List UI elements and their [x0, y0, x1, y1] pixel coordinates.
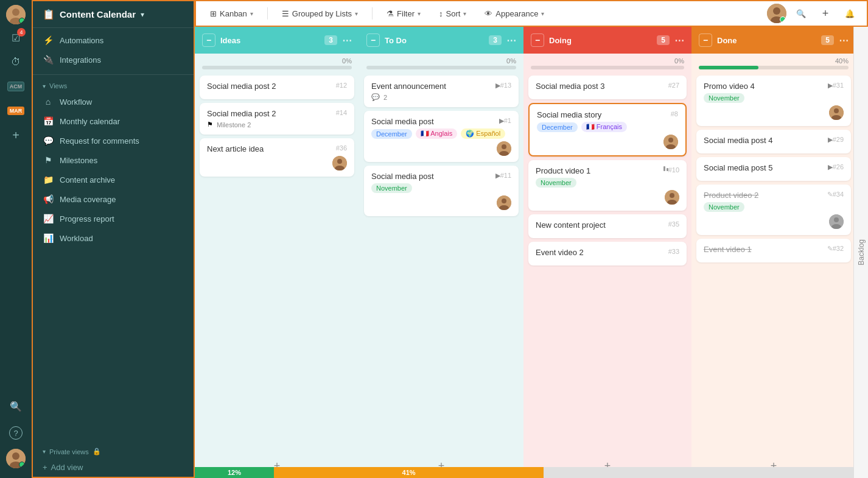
sidebar-automations-section: ⚡ Automations 🔌 Integrations — [33, 28, 194, 72]
toolbar: ⊞ Kanban ▾ ☰ Grouped by Lists ▾ ⚗ Filter… — [195, 0, 868, 27]
card-doing-4[interactable]: New content project #35 — [528, 214, 687, 238]
backlog-label: Backlog — [857, 239, 866, 265]
sidebar-item-workload[interactable]: 📊 Workload — [33, 228, 194, 248]
card-done-3[interactable]: Social media post 5 ▶ #26 — [696, 157, 851, 181]
card-done-5[interactable]: Event video 1 ✎ #32 — [696, 239, 851, 262]
bell-toolbar-btn[interactable]: 🔔 — [840, 4, 859, 23]
private-views-title: Private views — [49, 448, 89, 455]
todo-progress-bar — [366, 66, 516, 69]
card-doing-5[interactable]: Event video 2 #33 — [528, 242, 687, 265]
sidebar-label-media-coverage: Media coverage — [60, 195, 116, 204]
todo-col-menu-btn[interactable]: ⋯ — [506, 35, 516, 46]
card-done-1-play-icon: ▶ — [828, 82, 833, 90]
card-todo-1[interactable]: Event announcement ▶ #13 💬 2 — [364, 76, 519, 107]
card-doing-4-id: #35 — [668, 220, 679, 228]
sidebar-item-monthly-calendar[interactable]: 📅 Monthly calendar — [33, 111, 194, 131]
kanban-area: − Ideas 3 ⋯ 0% — [195, 27, 868, 478]
card-done-4-avatar — [829, 214, 844, 229]
doing-collapse-btn[interactable]: − — [531, 33, 544, 47]
help-icon-btn[interactable]: ? — [5, 422, 27, 444]
card-ideas-1-title: Social media post 2 — [207, 82, 336, 91]
bottom-bar-empty — [544, 467, 853, 478]
user-avatar-bottom[interactable] — [6, 449, 26, 468]
kanban-btn[interactable]: ⊞ Kanban ▾ — [203, 5, 260, 22]
search-toolbar-btn[interactable]: 🔍 — [791, 4, 811, 23]
bell-icon: 🔔 — [845, 9, 855, 18]
col-done: − Done 5 ⋯ 40% — [691, 27, 853, 478]
sidebar-label-workflow: Workflow — [60, 97, 92, 107]
ideas-collapse-btn[interactable]: − — [202, 33, 215, 47]
backlog-sidebar[interactable]: Backlog — [853, 27, 868, 478]
sort-btn[interactable]: ↕ Sort ▾ — [432, 5, 473, 22]
svg-point-19 — [668, 138, 673, 142]
tag-december-doing2: December — [537, 122, 578, 132]
card-ideas-2[interactable]: Social media post 2 #14 ⚑ Milestone 2 — [200, 103, 354, 135]
card-doing-4-title: New content project — [536, 220, 668, 230]
card-done-1[interactable]: Promo video 4 ▶ #31 November — [696, 76, 851, 126]
card-done-3-id: #26 — [833, 163, 844, 170]
user-avatar-toolbar[interactable] — [767, 4, 786, 23]
calendar-icon: 📅 — [43, 116, 54, 126]
col-header-doing: − Doing 5 ⋯ — [523, 27, 691, 54]
col-ideas: − Ideas 3 ⋯ 0% — [195, 27, 359, 478]
add-toolbar-btn[interactable]: + — [816, 4, 835, 23]
views-caret-icon: ▾ — [43, 83, 46, 90]
card-ideas-3-avatar — [332, 156, 347, 170]
private-caret-icon: ▾ — [43, 448, 46, 455]
card-ideas-3[interactable]: Next article idea #36 — [200, 138, 354, 177]
sidebar-item-content-archive[interactable]: 📁 Content archive — [33, 170, 194, 189]
add-icon-btn[interactable]: + — [5, 124, 27, 146]
grouped-icon: ☰ — [282, 9, 289, 18]
sidebar-item-automations[interactable]: ⚡ Automations — [33, 30, 194, 50]
ideas-col-title: Ideas — [220, 36, 320, 45]
card-done-2[interactable]: Social media post 4 ▶ #29 — [696, 130, 851, 153]
sidebar-item-request-comments[interactable]: 💬 Request for comments — [33, 131, 194, 150]
add-view-btn[interactable]: + Add view — [33, 458, 194, 477]
search-toolbar-icon: 🔍 — [796, 9, 806, 18]
card-todo-1-comments: 2 — [383, 94, 387, 101]
card-ideas-1[interactable]: Social media post 2 #12 — [200, 76, 354, 99]
acm-icon-btn[interactable]: ACM — [5, 76, 27, 97]
mar-icon-btn[interactable]: MAR — [5, 100, 27, 122]
card-todo-3-avatar — [497, 195, 511, 210]
appearance-btn[interactable]: 👁 Appearance ▾ — [478, 5, 551, 22]
sidebar-item-milestones[interactable]: ⚑ Milestones — [33, 150, 194, 170]
sidebar-private-views-label[interactable]: ▾ Private views 🔒 — [33, 443, 194, 458]
sidebar-views-label[interactable]: ▾ Views — [33, 77, 194, 92]
sidebar-item-workflow[interactable]: ⌂ Workflow — [33, 92, 194, 111]
doing-progress-pct: 0% — [531, 57, 684, 65]
card-doing-3[interactable]: Product video 1 #10 November — [528, 160, 687, 211]
svg-point-10 — [337, 159, 342, 164]
sidebar-item-integrations[interactable]: 🔌 Integrations — [33, 50, 194, 69]
lock-icon: 🔒 — [93, 448, 101, 455]
doing-col-menu-btn[interactable]: ⋯ — [674, 35, 684, 46]
filter-btn[interactable]: ⚗ Filter ▾ — [380, 5, 427, 22]
card-done-4-title: Product video 2 — [704, 191, 827, 200]
card-todo-2[interactable]: Social media post ▶ #1 December 🇫🇷 Angla… — [364, 111, 519, 162]
col-header-todo: − To Do 3 ⋯ — [359, 27, 523, 54]
done-progress-fill — [699, 66, 758, 69]
user-avatar-top[interactable] — [6, 5, 26, 24]
kanban-icon: ⊞ — [210, 9, 217, 18]
tasks-icon-btn[interactable]: ☑ 4 — [5, 27, 27, 49]
search-icon-btn[interactable]: 🔍 — [5, 395, 27, 417]
card-doing-3-title: Product video 1 — [536, 166, 663, 175]
clock-icon-btn[interactable]: ⏱ — [5, 51, 27, 73]
sidebar-caret-icon[interactable]: ▾ — [141, 10, 144, 19]
card-doing-1-id: #27 — [668, 82, 679, 89]
card-done-1-id: #31 — [833, 82, 844, 89]
done-collapse-btn[interactable]: − — [699, 33, 712, 47]
sidebar-item-progress-report[interactable]: 📈 Progress report — [33, 209, 194, 228]
card-doing-1[interactable]: Social media post 3 #27 — [528, 76, 687, 99]
card-todo-3[interactable]: Social media post ▶ #11 November — [364, 166, 519, 216]
card-todo-3-id: #11 — [500, 172, 511, 179]
done-col-count: 5 — [821, 35, 834, 45]
card-done-4[interactable]: Product video 2 ✎ #34 November — [696, 185, 851, 235]
bottom-bar-orange: 41% — [274, 467, 544, 478]
done-col-menu-btn[interactable]: ⋯ — [839, 35, 849, 46]
sidebar-item-media-coverage[interactable]: 📢 Media coverage — [33, 189, 194, 209]
grouped-btn[interactable]: ☰ Grouped by Lists ▾ — [275, 5, 365, 22]
card-doing-2[interactable]: Social media story #8 December 🇫🇷 França… — [528, 103, 687, 156]
ideas-col-menu-btn[interactable]: ⋯ — [342, 35, 352, 46]
todo-collapse-btn[interactable]: − — [366, 33, 380, 47]
